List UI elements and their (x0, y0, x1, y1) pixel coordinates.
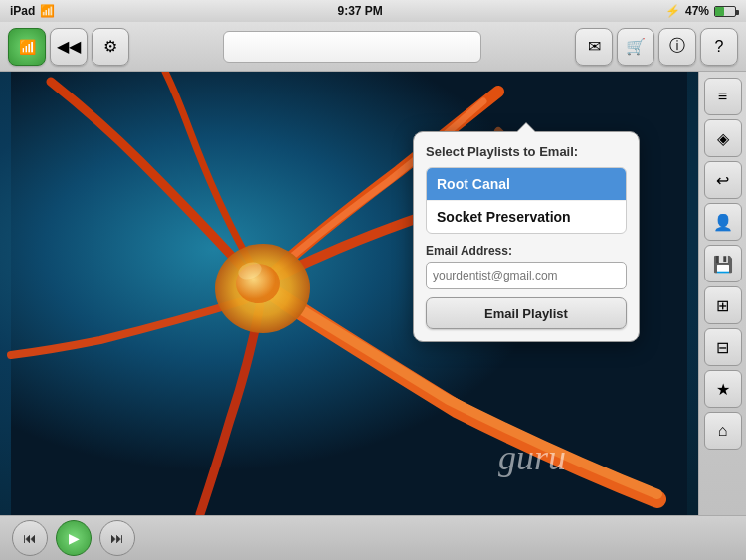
next-icon: ⏭ (110, 530, 124, 546)
prev-icon: ⏮ (23, 530, 37, 546)
wifi-icon: 📶 (40, 4, 55, 18)
battery-percent: 47% (685, 4, 709, 18)
time-display: 9:37 PM (337, 4, 382, 18)
info-button[interactable]: ⓘ (658, 28, 696, 66)
info-icon: ⓘ (669, 36, 685, 57)
play-icon: ▶ (69, 530, 80, 546)
playlist-item-root-canal[interactable]: Root Canal (427, 168, 626, 201)
popup-title: Select Playlists to Email: (426, 144, 627, 159)
prev-button[interactable]: ⏮ (12, 520, 48, 556)
sidebar-expand-icon[interactable]: ⊞ (704, 286, 742, 324)
bluetooth-icon: ⚡ (665, 4, 680, 18)
cart-icon: 🛒 (626, 37, 646, 56)
settings-button[interactable]: ⚙ (92, 28, 129, 66)
email-address-input[interactable] (426, 262, 627, 289)
guru-text: guru (498, 438, 566, 477)
email-icon: ✉ (588, 37, 601, 56)
cart-button[interactable]: 🛒 (617, 28, 654, 66)
help-icon: ? (715, 38, 724, 56)
home-button[interactable]: 📶 (8, 28, 46, 66)
back-button[interactable]: ◀◀ (50, 28, 88, 66)
playlist-item-socket[interactable]: Socket Preservation (427, 201, 626, 233)
sidebar-layers-icon[interactable]: ◈ (704, 119, 742, 157)
email-toolbar-button[interactable]: ✉ (575, 28, 613, 66)
email-address-label: Email Address: (426, 244, 627, 258)
next-button[interactable]: ⏭ (99, 520, 135, 556)
sidebar-menu-icon[interactable]: ≡ (704, 78, 742, 115)
sidebar-person-icon[interactable]: 👤 (704, 203, 742, 241)
help-button[interactable]: ? (700, 28, 738, 66)
sidebar-undo-icon[interactable]: ↩ (704, 161, 742, 199)
status-bar: iPad 📶 9:37 PM ⚡ 47% (0, 0, 746, 22)
play-pause-button[interactable]: ▶ (56, 520, 92, 556)
sidebar-save-icon[interactable]: 💾 (704, 245, 742, 282)
sidebar-home-icon[interactable]: ⌂ (704, 412, 742, 450)
playlist-list: Root Canal Socket Preservation (426, 167, 627, 234)
sidebar-collapse-icon[interactable]: ⊟ (704, 328, 742, 366)
address-bar (223, 31, 481, 63)
gear-icon: ⚙ (103, 37, 117, 56)
email-playlist-popup: Select Playlists to Email: Root Canal So… (413, 131, 640, 342)
device-label: iPad (10, 4, 35, 18)
wifi-signal-icon: 📶 (19, 39, 36, 55)
back-icon: ◀◀ (57, 37, 81, 56)
sidebar-favorite-icon[interactable]: ★ (704, 370, 742, 408)
content-area: guru Select Playlists to Email: Root Can… (0, 72, 698, 515)
bottom-bar: ⏮ ▶ ⏭ (0, 515, 746, 560)
battery-indicator (714, 6, 736, 17)
toolbar: 📶 ◀◀ ⚙ ✉ 🛒 ⓘ ? (0, 22, 746, 72)
main-area: guru Select Playlists to Email: Root Can… (0, 72, 746, 515)
email-playlist-button[interactable]: Email Playlist (426, 297, 627, 329)
right-sidebar: ≡ ◈ ↩ 👤 💾 ⊞ ⊟ ★ ⌂ (698, 72, 746, 515)
